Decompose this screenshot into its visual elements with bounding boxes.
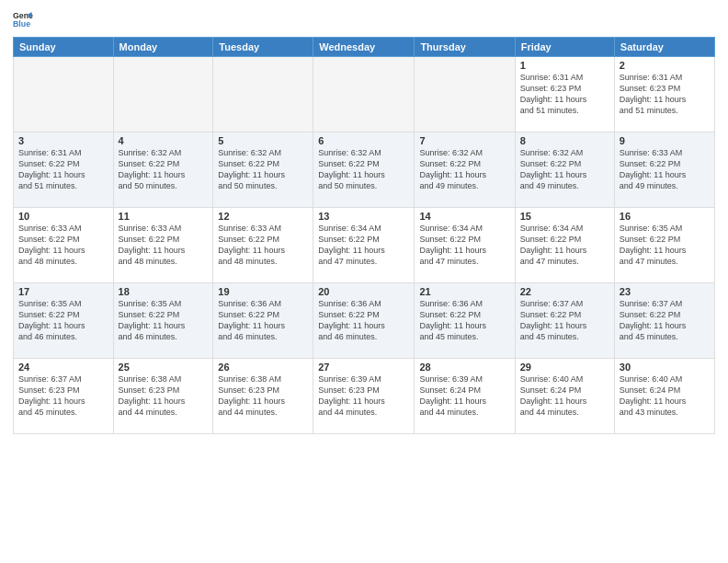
calendar-day-cell: 21Sunrise: 6:36 AM Sunset: 6:22 PM Dayli… [415, 283, 515, 359]
day-info: Sunrise: 6:38 AM Sunset: 6:23 PM Dayligh… [218, 373, 308, 419]
calendar-week-row: 3Sunrise: 6:31 AM Sunset: 6:22 PM Daylig… [14, 132, 715, 208]
calendar-day-cell: 15Sunrise: 6:34 AM Sunset: 6:22 PM Dayli… [515, 208, 614, 283]
day-info: Sunrise: 6:34 AM Sunset: 6:22 PM Dayligh… [419, 223, 509, 268]
day-info: Sunrise: 6:36 AM Sunset: 6:22 PM Dayligh… [419, 298, 509, 343]
calendar-day-cell: 1Sunrise: 6:31 AM Sunset: 6:23 PM Daylig… [515, 57, 614, 132]
logo-icon: General Blue [13, 9, 33, 29]
day-info: Sunrise: 6:37 AM Sunset: 6:23 PM Dayligh… [18, 373, 108, 419]
day-info: Sunrise: 6:32 AM Sunset: 6:22 PM Dayligh… [318, 147, 409, 192]
day-info: Sunrise: 6:31 AM Sunset: 6:23 PM Dayligh… [620, 72, 710, 117]
day-number: 6 [318, 135, 409, 146]
day-info: Sunrise: 6:33 AM Sunset: 6:22 PM Dayligh… [119, 223, 209, 268]
calendar-week-row: 1Sunrise: 6:31 AM Sunset: 6:23 PM Daylig… [14, 57, 715, 132]
calendar-header-row: SundayMondayTuesdayWednesdayThursdayFrid… [14, 38, 715, 57]
calendar-day-cell: 29Sunrise: 6:40 AM Sunset: 6:24 PM Dayli… [515, 359, 614, 434]
day-info: Sunrise: 6:35 AM Sunset: 6:22 PM Dayligh… [18, 298, 108, 343]
calendar-day-cell: 9Sunrise: 6:33 AM Sunset: 6:22 PM Daylig… [614, 132, 714, 208]
day-info: Sunrise: 6:40 AM Sunset: 6:24 PM Dayligh… [520, 373, 609, 419]
weekday-header-saturday: Saturday [614, 38, 714, 57]
day-info: Sunrise: 6:32 AM Sunset: 6:22 PM Dayligh… [520, 147, 609, 192]
day-number: 7 [419, 135, 509, 146]
calendar-day-cell [113, 57, 213, 132]
day-number: 28 [419, 362, 509, 373]
day-number: 2 [620, 60, 710, 71]
calendar-day-cell: 14Sunrise: 6:34 AM Sunset: 6:22 PM Dayli… [415, 208, 515, 283]
calendar-day-cell [415, 57, 515, 132]
day-number: 30 [620, 362, 710, 373]
day-number: 21 [419, 286, 509, 297]
day-info: Sunrise: 6:39 AM Sunset: 6:24 PM Dayligh… [419, 373, 509, 419]
calendar-day-cell: 12Sunrise: 6:33 AM Sunset: 6:22 PM Dayli… [213, 208, 313, 283]
day-info: Sunrise: 6:40 AM Sunset: 6:24 PM Dayligh… [620, 373, 710, 419]
calendar-day-cell: 10Sunrise: 6:33 AM Sunset: 6:22 PM Dayli… [14, 208, 114, 283]
day-number: 10 [18, 211, 108, 222]
calendar-day-cell: 3Sunrise: 6:31 AM Sunset: 6:22 PM Daylig… [14, 132, 114, 208]
calendar-day-cell: 17Sunrise: 6:35 AM Sunset: 6:22 PM Dayli… [14, 283, 114, 359]
day-number: 25 [119, 362, 209, 373]
day-info: Sunrise: 6:35 AM Sunset: 6:22 PM Dayligh… [620, 223, 710, 268]
day-info: Sunrise: 6:38 AM Sunset: 6:23 PM Dayligh… [119, 373, 209, 419]
weekday-header-friday: Friday [515, 38, 614, 57]
day-info: Sunrise: 6:31 AM Sunset: 6:23 PM Dayligh… [520, 72, 609, 117]
calendar-day-cell: 19Sunrise: 6:36 AM Sunset: 6:22 PM Dayli… [213, 283, 313, 359]
calendar-day-cell: 26Sunrise: 6:38 AM Sunset: 6:23 PM Dayli… [213, 359, 313, 434]
day-number: 15 [520, 211, 609, 222]
day-number: 29 [520, 362, 609, 373]
day-info: Sunrise: 6:39 AM Sunset: 6:23 PM Dayligh… [318, 373, 409, 419]
calendar-table: SundayMondayTuesdayWednesdayThursdayFrid… [13, 37, 715, 434]
day-number: 19 [218, 286, 308, 297]
calendar-day-cell: 7Sunrise: 6:32 AM Sunset: 6:22 PM Daylig… [415, 132, 515, 208]
day-info: Sunrise: 6:33 AM Sunset: 6:22 PM Dayligh… [218, 223, 308, 268]
day-number: 1 [520, 60, 609, 71]
day-number: 26 [218, 362, 308, 373]
calendar-day-cell: 11Sunrise: 6:33 AM Sunset: 6:22 PM Dayli… [113, 208, 213, 283]
day-number: 20 [318, 286, 409, 297]
day-info: Sunrise: 6:37 AM Sunset: 6:22 PM Dayligh… [520, 298, 609, 343]
calendar-day-cell: 18Sunrise: 6:35 AM Sunset: 6:22 PM Dayli… [113, 283, 213, 359]
calendar-day-cell: 20Sunrise: 6:36 AM Sunset: 6:22 PM Dayli… [313, 283, 415, 359]
calendar-day-cell: 30Sunrise: 6:40 AM Sunset: 6:24 PM Dayli… [614, 359, 714, 434]
calendar-day-cell: 28Sunrise: 6:39 AM Sunset: 6:24 PM Dayli… [415, 359, 515, 434]
day-number: 5 [218, 135, 308, 146]
calendar-day-cell: 6Sunrise: 6:32 AM Sunset: 6:22 PM Daylig… [313, 132, 415, 208]
calendar-week-row: 24Sunrise: 6:37 AM Sunset: 6:23 PM Dayli… [14, 359, 715, 434]
day-info: Sunrise: 6:33 AM Sunset: 6:22 PM Dayligh… [620, 147, 710, 192]
svg-text:Blue: Blue [13, 19, 30, 29]
day-number: 12 [218, 211, 308, 222]
day-number: 18 [119, 286, 209, 297]
day-info: Sunrise: 6:35 AM Sunset: 6:22 PM Dayligh… [119, 298, 209, 343]
day-number: 24 [18, 362, 108, 373]
day-info: Sunrise: 6:31 AM Sunset: 6:22 PM Dayligh… [18, 147, 108, 192]
day-number: 3 [18, 135, 108, 146]
day-number: 23 [620, 286, 710, 297]
calendar-week-row: 10Sunrise: 6:33 AM Sunset: 6:22 PM Dayli… [14, 208, 715, 283]
day-info: Sunrise: 6:32 AM Sunset: 6:22 PM Dayligh… [218, 147, 308, 192]
day-number: 4 [119, 135, 209, 146]
calendar-day-cell: 24Sunrise: 6:37 AM Sunset: 6:23 PM Dayli… [14, 359, 114, 434]
day-number: 17 [18, 286, 108, 297]
day-number: 9 [620, 135, 710, 146]
calendar-day-cell: 22Sunrise: 6:37 AM Sunset: 6:22 PM Dayli… [515, 283, 614, 359]
weekday-header-wednesday: Wednesday [313, 38, 415, 57]
calendar-day-cell: 2Sunrise: 6:31 AM Sunset: 6:23 PM Daylig… [614, 57, 714, 132]
weekday-header-thursday: Thursday [415, 38, 515, 57]
day-info: Sunrise: 6:37 AM Sunset: 6:22 PM Dayligh… [620, 298, 710, 343]
day-info: Sunrise: 6:32 AM Sunset: 6:22 PM Dayligh… [419, 147, 509, 192]
day-number: 16 [620, 211, 710, 222]
logo: General Blue [13, 9, 33, 29]
weekday-header-monday: Monday [113, 38, 213, 57]
day-info: Sunrise: 6:36 AM Sunset: 6:22 PM Dayligh… [218, 298, 308, 343]
weekday-header-tuesday: Tuesday [213, 38, 313, 57]
calendar-week-row: 17Sunrise: 6:35 AM Sunset: 6:22 PM Dayli… [14, 283, 715, 359]
weekday-header-sunday: Sunday [14, 38, 114, 57]
day-number: 8 [520, 135, 609, 146]
day-info: Sunrise: 6:33 AM Sunset: 6:22 PM Dayligh… [18, 223, 108, 268]
calendar-day-cell: 4Sunrise: 6:32 AM Sunset: 6:22 PM Daylig… [113, 132, 213, 208]
day-info: Sunrise: 6:34 AM Sunset: 6:22 PM Dayligh… [520, 223, 609, 268]
page-header: General Blue [13, 9, 715, 29]
calendar-day-cell: 16Sunrise: 6:35 AM Sunset: 6:22 PM Dayli… [614, 208, 714, 283]
calendar-day-cell [313, 57, 415, 132]
day-number: 14 [419, 211, 509, 222]
day-number: 13 [318, 211, 409, 222]
calendar-day-cell [14, 57, 114, 132]
